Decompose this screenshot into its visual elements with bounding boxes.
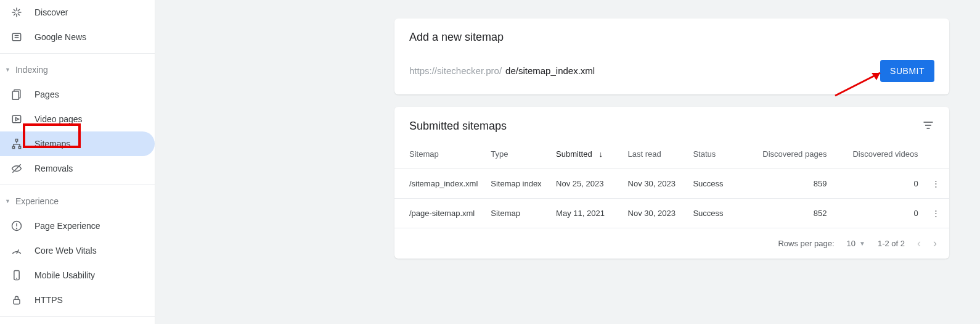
sidebar-group-label: Experience xyxy=(15,196,59,206)
chevron-down-icon: ▼ xyxy=(859,240,865,247)
sidebar-item-label: Sitemaps xyxy=(35,139,155,149)
page-range: 1-2 of 2 xyxy=(878,239,905,248)
cell-type: Sitemap index xyxy=(486,169,551,199)
sidebar-item-removals[interactable]: Removals xyxy=(0,156,155,181)
filter-icon[interactable] xyxy=(922,119,934,133)
cell-status: Success xyxy=(688,169,740,199)
svg-marker-6 xyxy=(15,118,18,121)
sidebar-group-label: Indexing xyxy=(15,65,48,75)
col-discovered-videos[interactable]: Discovered videos xyxy=(831,139,923,169)
table-footer: Rows per page: 10 ▼ 1-2 of 2 ‹ › xyxy=(394,228,949,259)
svg-rect-8 xyxy=(12,146,14,148)
cell-submitted: May 11, 2021 xyxy=(551,199,623,228)
sort-arrow-down-icon: ↓ xyxy=(594,149,603,159)
cell-type: Sitemap xyxy=(486,199,551,228)
add-sitemap-title: Add a new sitemap xyxy=(409,31,934,44)
sidebar-item-label: HTTPS xyxy=(35,295,155,305)
mobile-icon xyxy=(10,269,23,281)
cell-status: Success xyxy=(688,199,740,228)
col-submitted[interactable]: Submitted ↓ xyxy=(551,139,623,169)
cwv-icon xyxy=(10,244,23,257)
sitemap-url-input[interactable] xyxy=(505,64,876,80)
sidebar-item-google-news[interactable]: Google News xyxy=(0,25,155,49)
svg-rect-17 xyxy=(14,299,20,304)
sidebar-item-core-web-vitals[interactable]: Core Web Vitals xyxy=(0,238,155,263)
row-menu-button[interactable]: ⋮ xyxy=(923,199,949,228)
cell-videos: 0 xyxy=(831,169,923,199)
svg-rect-19 xyxy=(925,125,931,126)
sidebar-item-label: Mobile Usability xyxy=(35,270,155,280)
news-icon xyxy=(10,31,23,43)
divider xyxy=(0,185,155,185)
discover-icon xyxy=(10,6,23,19)
svg-rect-18 xyxy=(924,122,933,123)
main-content: Add a new sitemap https://sitechecker.pr… xyxy=(394,19,949,271)
col-type[interactable]: Type xyxy=(486,139,551,169)
url-prefix: https://sitechecker.pro/ xyxy=(409,65,502,76)
next-page-button[interactable]: › xyxy=(933,237,937,250)
sidebar-item-label: Removals xyxy=(35,164,155,173)
cell-sitemap: /sitemap_index.xml xyxy=(394,169,486,199)
sidebar: Discover Google News ▼ Indexing Pages Vi… xyxy=(0,0,155,324)
sidebar-item-sitemaps[interactable]: Sitemaps xyxy=(0,131,155,156)
sitemaps-table: Sitemap Type Submitted ↓ Last read Statu… xyxy=(394,139,949,228)
cell-pages: 852 xyxy=(740,199,831,228)
sidebar-item-label: Pages xyxy=(35,89,155,99)
sitemap-icon xyxy=(10,138,23,150)
svg-rect-7 xyxy=(15,139,17,141)
pages-icon xyxy=(10,88,23,101)
rows-per-page-label: Rows per page: xyxy=(778,239,834,248)
table-header-row: Sitemap Type Submitted ↓ Last read Statu… xyxy=(394,139,949,169)
rows-per-page-select[interactable]: 10 ▼ xyxy=(847,239,865,248)
video-icon xyxy=(10,113,23,125)
chevron-down-icon: ▼ xyxy=(5,67,10,73)
table-row[interactable]: /sitemap_index.xml Sitemap index Nov 25,… xyxy=(394,169,949,199)
sidebar-item-label: Discover xyxy=(35,7,155,17)
row-menu-button[interactable]: ⋮ xyxy=(923,169,949,199)
page-experience-icon xyxy=(10,220,23,232)
col-status[interactable]: Status xyxy=(688,139,740,169)
prev-page-button[interactable]: ‹ xyxy=(917,237,921,250)
removals-icon xyxy=(10,162,23,175)
sidebar-item-video-pages[interactable]: Video pages xyxy=(0,107,155,131)
divider xyxy=(0,53,155,54)
sidebar-group-experience[interactable]: ▼ Experience xyxy=(0,189,155,214)
sidebar-item-mobile-usability[interactable]: Mobile Usability xyxy=(0,263,155,288)
col-submitted-label: Submitted xyxy=(556,149,592,159)
sidebar-item-pages[interactable]: Pages xyxy=(0,82,155,107)
sidebar-group-indexing[interactable]: ▼ Indexing xyxy=(0,57,155,82)
cell-pages: 859 xyxy=(740,169,831,199)
sidebar-item-discover[interactable]: Discover xyxy=(0,0,155,25)
https-icon xyxy=(10,294,23,306)
svg-rect-20 xyxy=(927,128,930,129)
divider xyxy=(0,316,155,317)
col-sitemap[interactable]: Sitemap xyxy=(394,139,486,169)
sidebar-item-https[interactable]: HTTPS xyxy=(0,288,155,312)
submitted-sitemaps-card: Submitted sitemaps Sitemap Type Submitte… xyxy=(394,107,949,259)
cell-sitemap: /page-sitemap.xml xyxy=(394,199,486,228)
submit-button[interactable]: Submit xyxy=(880,60,934,82)
chevron-down-icon: ▼ xyxy=(5,198,10,204)
sidebar-item-label: Page Experience xyxy=(35,221,155,231)
cell-videos: 0 xyxy=(831,199,923,228)
col-last-read[interactable]: Last read xyxy=(623,139,688,169)
sidebar-item-label: Video pages xyxy=(35,114,155,124)
svg-rect-4 xyxy=(12,91,18,99)
table-row[interactable]: /page-sitemap.xml Sitemap May 11, 2021 N… xyxy=(394,199,949,228)
submitted-sitemaps-title: Submitted sitemaps xyxy=(409,120,507,133)
add-sitemap-card: Add a new sitemap https://sitechecker.pr… xyxy=(394,19,949,94)
col-discovered-pages[interactable]: Discovered pages xyxy=(740,139,831,169)
cell-last-read: Nov 30, 2023 xyxy=(623,169,688,199)
svg-point-13 xyxy=(17,228,17,229)
svg-rect-0 xyxy=(12,33,20,41)
sidebar-item-label: Core Web Vitals xyxy=(35,246,155,255)
sidebar-item-label: Google News xyxy=(35,32,155,42)
sidebar-item-page-experience[interactable]: Page Experience xyxy=(0,214,155,238)
rows-per-page-value: 10 xyxy=(847,239,855,248)
cell-last-read: Nov 30, 2023 xyxy=(623,199,688,228)
cell-submitted: Nov 25, 2023 xyxy=(551,169,623,199)
svg-rect-9 xyxy=(18,146,20,148)
